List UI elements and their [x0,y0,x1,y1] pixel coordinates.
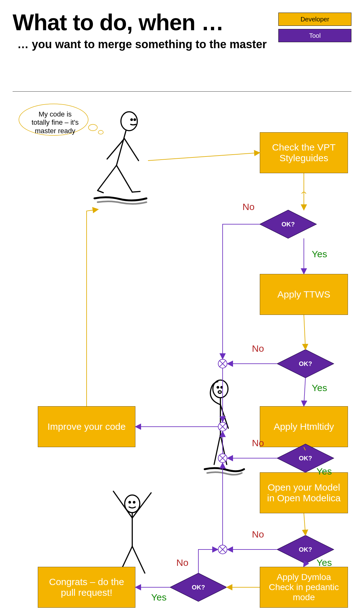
page-title: What to do, when … [13,9,224,35]
svg-line-50 [304,378,305,406]
svg-line-9 [98,165,117,191]
svg-point-14 [217,387,219,388]
box-apply-ttws: Apply TTWS [260,274,348,315]
svg-line-8 [124,139,139,161]
svg-line-6 [117,131,126,165]
label-no-5: No [176,557,188,568]
legend-developer: Developer [278,13,351,26]
label-no-4: No [252,529,264,540]
box-check-styleguides: Check the VPT Styleguides [260,132,348,173]
svg-line-26 [132,493,151,518]
junction-icon [218,359,227,368]
svg-line-7 [107,139,124,159]
label-yes-2: Yes [312,383,327,393]
decision-5-label: OK? [170,573,227,601]
svg-line-12 [132,191,140,192]
svg-point-15 [221,387,223,388]
thought-line1: My code is [38,110,71,118]
junction-icon [218,545,227,554]
box-open-modelica: Open your Model in Open Modelica [260,472,348,513]
decision-5: OK? [170,573,227,601]
svg-line-10 [98,191,103,193]
box-congrats: Congrats – do the pull request! [38,567,135,608]
decision-1-label: OK? [260,210,316,238]
stickfigure-walking-icon [88,110,157,211]
box-improve-code: Improve your code [38,406,135,447]
box-apply-dymola: Apply Dymloa Check in pedantic mode [260,567,348,608]
svg-line-46 [148,153,259,161]
svg-line-11 [117,165,132,192]
box-apply-htmltidy: Apply Htmltidy [260,406,348,447]
label-no-3: No [252,438,264,448]
svg-line-60 [304,564,305,566]
svg-point-5 [134,119,136,121]
svg-line-59 [304,513,305,535]
page-subtitle: … you want to merge something to the mas… [17,38,267,51]
divider [13,91,351,92]
decision-1: OK? [260,210,316,238]
svg-point-23 [134,502,135,503]
thought-line2: totally fine – it's [31,118,79,126]
svg-point-22 [129,502,131,503]
svg-point-3 [121,112,137,131]
label-yes-4: Yes [316,557,332,568]
thought-line3: master ready [35,127,75,135]
label-no-2: No [252,343,264,354]
label-no-1: No [242,202,254,212]
thought-text: My code is totally fine – it's master re… [27,110,83,135]
legend-tool: Tool [278,29,351,42]
decision-2: OK? [277,350,334,378]
stickfigure-cheering-icon [98,485,167,579]
legend: Developer Tool [278,13,351,45]
label-yes-1: Yes [312,249,327,259]
label-yes-5: Yes [151,592,167,603]
junction-icon [218,453,227,463]
junction-icon [218,422,227,431]
svg-point-4 [131,119,133,121]
label-yes-3: Yes [316,466,332,477]
svg-point-16 [218,391,221,393]
decision-2-label: OK? [277,350,334,378]
svg-line-49 [304,315,305,349]
